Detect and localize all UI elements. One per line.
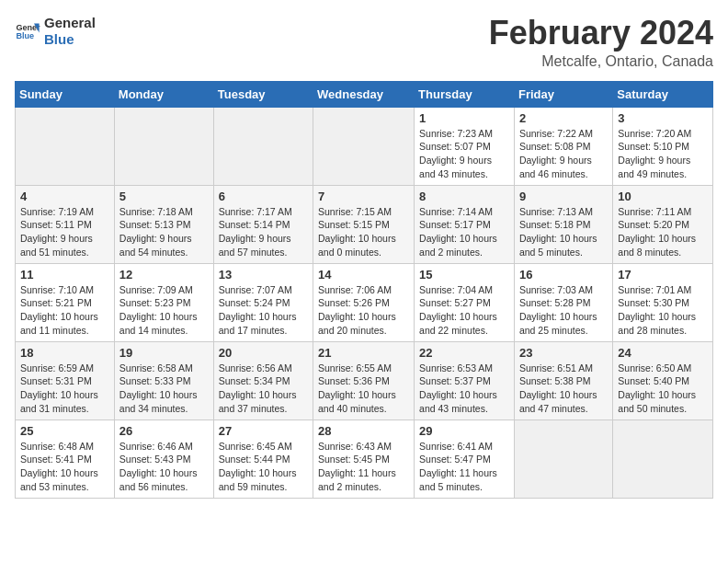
day-info: Sunrise: 6:50 AM Sunset: 5:40 PM Dayligh… [618, 362, 708, 416]
day-info: Sunrise: 6:48 AM Sunset: 5:41 PM Dayligh… [20, 440, 109, 494]
day-info: Sunrise: 6:55 AM Sunset: 5:36 PM Dayligh… [318, 362, 409, 416]
day-info: Sunrise: 7:03 AM Sunset: 5:28 PM Dayligh… [519, 283, 608, 338]
day-info: Sunrise: 7:01 AM Sunset: 5:30 PM Dayligh… [618, 283, 708, 338]
day-info: Sunrise: 7:07 AM Sunset: 5:24 PM Dayligh… [219, 283, 308, 338]
day-info: Sunrise: 6:45 AM Sunset: 5:44 PM Dayligh… [219, 440, 308, 494]
calendar-cell [514, 419, 612, 498]
day-info: Sunrise: 6:46 AM Sunset: 5:43 PM Dayligh… [119, 440, 209, 494]
day-number: 9 [519, 190, 608, 203]
day-info: Sunrise: 7:15 AM Sunset: 5:15 PM Dayligh… [318, 205, 409, 259]
calendar-cell: 25Sunrise: 6:48 AM Sunset: 5:41 PM Dayli… [16, 419, 115, 498]
calendar-week-row: 4Sunrise: 7:19 AM Sunset: 5:11 PM Daylig… [16, 185, 713, 263]
day-number: 3 [618, 111, 708, 125]
day-number: 16 [519, 268, 608, 282]
day-number: 22 [419, 346, 509, 360]
day-info: Sunrise: 6:58 AM Sunset: 5:33 PM Dayligh… [119, 362, 209, 416]
day-number: 2 [519, 111, 608, 125]
logo: General Blue General Blue [15, 15, 96, 48]
calendar-cell: 16Sunrise: 7:03 AM Sunset: 5:28 PM Dayli… [514, 263, 612, 341]
day-number: 5 [119, 190, 209, 203]
day-number: 8 [419, 190, 509, 203]
day-info: Sunrise: 6:43 AM Sunset: 5:45 PM Dayligh… [318, 440, 409, 494]
calendar-cell: 18Sunrise: 6:59 AM Sunset: 5:31 PM Dayli… [16, 341, 115, 419]
day-info: Sunrise: 7:18 AM Sunset: 5:13 PM Dayligh… [119, 205, 209, 259]
calendar-cell: 29Sunrise: 6:41 AM Sunset: 5:47 PM Dayli… [415, 419, 515, 498]
day-number: 19 [119, 346, 209, 360]
day-number: 18 [20, 346, 109, 360]
calendar-cell: 19Sunrise: 6:58 AM Sunset: 5:33 PM Dayli… [114, 341, 213, 419]
day-info: Sunrise: 7:06 AM Sunset: 5:26 PM Dayligh… [318, 283, 409, 338]
calendar-cell [313, 107, 415, 185]
calendar-cell [114, 107, 213, 185]
calendar-cell: 12Sunrise: 7:09 AM Sunset: 5:23 PM Dayli… [114, 263, 213, 341]
calendar-cell: 2Sunrise: 7:22 AM Sunset: 5:08 PM Daylig… [514, 107, 612, 185]
day-info: Sunrise: 7:13 AM Sunset: 5:18 PM Dayligh… [519, 205, 608, 259]
weekday-header: Saturday [613, 81, 713, 107]
day-info: Sunrise: 7:19 AM Sunset: 5:11 PM Dayligh… [20, 205, 109, 259]
day-info: Sunrise: 6:51 AM Sunset: 5:38 PM Dayligh… [519, 362, 608, 416]
calendar-cell: 8Sunrise: 7:14 AM Sunset: 5:17 PM Daylig… [415, 185, 515, 263]
weekday-header: Sunday [16, 81, 115, 107]
calendar-cell: 22Sunrise: 6:53 AM Sunset: 5:37 PM Dayli… [415, 341, 515, 419]
calendar-cell: 13Sunrise: 7:07 AM Sunset: 5:24 PM Dayli… [213, 263, 313, 341]
day-number: 20 [219, 346, 308, 360]
day-number: 29 [419, 424, 509, 438]
day-number: 15 [419, 268, 509, 282]
day-number: 4 [20, 190, 109, 203]
calendar-cell: 5Sunrise: 7:18 AM Sunset: 5:13 PM Daylig… [114, 185, 213, 263]
weekday-header-row: SundayMondayTuesdayWednesdayThursdayFrid… [16, 81, 713, 107]
weekday-header: Monday [114, 81, 213, 107]
day-info: Sunrise: 7:14 AM Sunset: 5:17 PM Dayligh… [419, 205, 509, 259]
calendar-title: February 2024 [489, 15, 713, 52]
weekday-header: Friday [514, 81, 612, 107]
calendar-cell: 27Sunrise: 6:45 AM Sunset: 5:44 PM Dayli… [213, 419, 313, 498]
calendar-cell: 9Sunrise: 7:13 AM Sunset: 5:18 PM Daylig… [514, 185, 612, 263]
calendar-cell: 24Sunrise: 6:50 AM Sunset: 5:40 PM Dayli… [613, 341, 713, 419]
calendar-cell [16, 107, 115, 185]
day-info: Sunrise: 7:20 AM Sunset: 5:10 PM Dayligh… [618, 127, 708, 181]
day-info: Sunrise: 7:11 AM Sunset: 5:20 PM Dayligh… [618, 205, 708, 259]
day-number: 11 [20, 268, 109, 282]
weekday-header: Tuesday [213, 81, 313, 107]
calendar-cell: 3Sunrise: 7:20 AM Sunset: 5:10 PM Daylig… [613, 107, 713, 185]
calendar-week-row: 11Sunrise: 7:10 AM Sunset: 5:21 PM Dayli… [16, 263, 713, 341]
day-info: Sunrise: 7:09 AM Sunset: 5:23 PM Dayligh… [119, 283, 209, 338]
day-number: 1 [419, 111, 509, 125]
day-info: Sunrise: 6:41 AM Sunset: 5:47 PM Dayligh… [419, 440, 509, 494]
day-info: Sunrise: 7:23 AM Sunset: 5:07 PM Dayligh… [419, 127, 509, 181]
day-number: 14 [318, 268, 409, 282]
day-info: Sunrise: 7:22 AM Sunset: 5:08 PM Dayligh… [519, 127, 608, 181]
calendar-cell: 11Sunrise: 7:10 AM Sunset: 5:21 PM Dayli… [16, 263, 115, 341]
day-number: 24 [618, 346, 708, 360]
svg-text:Blue: Blue [16, 31, 34, 40]
day-info: Sunrise: 6:53 AM Sunset: 5:37 PM Dayligh… [419, 362, 509, 416]
calendar-cell: 21Sunrise: 6:55 AM Sunset: 5:36 PM Dayli… [313, 341, 415, 419]
day-number: 12 [119, 268, 209, 282]
day-info: Sunrise: 6:56 AM Sunset: 5:34 PM Dayligh… [219, 362, 308, 416]
calendar-cell: 17Sunrise: 7:01 AM Sunset: 5:30 PM Dayli… [613, 263, 713, 341]
weekday-header: Wednesday [313, 81, 415, 107]
calendar-cell: 4Sunrise: 7:19 AM Sunset: 5:11 PM Daylig… [16, 185, 115, 263]
logo-general: General [44, 15, 96, 31]
calendar-table: SundayMondayTuesdayWednesdayThursdayFrid… [15, 81, 713, 499]
calendar-subtitle: Metcalfe, Ontario, Canada [489, 53, 713, 70]
calendar-cell: 10Sunrise: 7:11 AM Sunset: 5:20 PM Dayli… [613, 185, 713, 263]
day-number: 23 [519, 346, 608, 360]
calendar-cell: 1Sunrise: 7:23 AM Sunset: 5:07 PM Daylig… [415, 107, 515, 185]
calendar-week-row: 25Sunrise: 6:48 AM Sunset: 5:41 PM Dayli… [16, 419, 713, 498]
day-info: Sunrise: 7:10 AM Sunset: 5:21 PM Dayligh… [20, 283, 109, 338]
logo-icon: General Blue [15, 18, 40, 44]
day-number: 27 [219, 424, 308, 438]
day-number: 13 [219, 268, 308, 282]
header: General Blue General Blue February 2024 … [15, 15, 713, 70]
calendar-week-row: 18Sunrise: 6:59 AM Sunset: 5:31 PM Dayli… [16, 341, 713, 419]
day-number: 17 [618, 268, 708, 282]
day-number: 7 [318, 190, 409, 203]
logo-blue: Blue [44, 31, 96, 48]
weekday-header: Thursday [415, 81, 515, 107]
calendar-week-row: 1Sunrise: 7:23 AM Sunset: 5:07 PM Daylig… [16, 107, 713, 185]
calendar-cell: 14Sunrise: 7:06 AM Sunset: 5:26 PM Dayli… [313, 263, 415, 341]
calendar-cell: 26Sunrise: 6:46 AM Sunset: 5:43 PM Dayli… [114, 419, 213, 498]
calendar-cell: 28Sunrise: 6:43 AM Sunset: 5:45 PM Dayli… [313, 419, 415, 498]
calendar-cell: 7Sunrise: 7:15 AM Sunset: 5:15 PM Daylig… [313, 185, 415, 263]
